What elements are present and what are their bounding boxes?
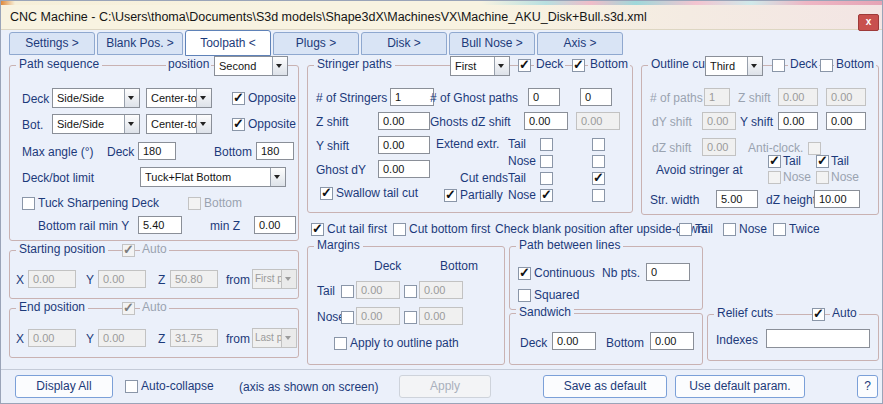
margins-nose-bottom-checkbox[interactable] [404, 311, 417, 324]
num-stringers-field[interactable]: 1 [390, 88, 434, 106]
swallow-tail-cut-checkbox[interactable] [320, 187, 333, 200]
cut-ends-nose-label: Nose [508, 188, 536, 202]
tuck-sharpening-deck-label: Tuck Sharpening Deck [38, 196, 159, 210]
indexes-field[interactable] [766, 329, 870, 348]
use-default-button[interactable]: Use default param. [675, 375, 805, 398]
deck-opposite-checkbox[interactable] [232, 92, 245, 105]
bottom-rail-min-y-field[interactable]: 5.40 [138, 216, 182, 234]
outline-order-dropdown[interactable]: Third [705, 56, 763, 76]
ghost-dy-field[interactable]: 0.00 [378, 160, 430, 178]
sandwich-bottom-field[interactable]: 0.00 [650, 332, 694, 350]
help-button[interactable]: ? [857, 375, 878, 398]
bot-order-dropdown[interactable]: Center-to- [146, 114, 212, 134]
max-angle-bottom-label: Bottom [214, 145, 252, 159]
bot-opposite-checkbox[interactable] [232, 118, 245, 131]
avoid-nose-bottom-label: Nose [831, 170, 859, 184]
max-angle-bottom-field[interactable]: 180 [256, 142, 294, 160]
outline-deck-checkbox[interactable] [772, 59, 785, 72]
close-icon[interactable]: x [858, 14, 879, 31]
deck-bot-limit-dropdown[interactable]: Tuck+Flat Bottom [140, 167, 286, 187]
apply-to-outline-checkbox[interactable] [334, 337, 347, 350]
ghost-paths-deck-field[interactable]: 0 [528, 88, 560, 106]
stringer-order-dropdown[interactable]: First [450, 56, 510, 76]
tab-toolpath[interactable]: Toolpath < [185, 30, 271, 56]
outline-bottom-checkbox[interactable] [820, 59, 833, 72]
squared-checkbox[interactable] [518, 289, 531, 302]
margins-tail-label: Tail [317, 284, 335, 298]
avoid-tail-bottom-checkbox[interactable] [816, 155, 829, 168]
cut-tail-first-checkbox[interactable] [311, 223, 324, 236]
margins-tail-bottom-checkbox[interactable] [404, 285, 417, 298]
dy-shift-label: dY shift [652, 115, 692, 129]
extend-nose-bottom-checkbox[interactable] [592, 155, 605, 168]
group-relief-cuts: Relief cuts Auto Indexes [707, 314, 879, 361]
extend-tail-deck-checkbox[interactable] [540, 138, 553, 151]
dy-shift-field: 0.00 [702, 112, 736, 130]
deck-order-dropdown[interactable]: Center-to- [146, 88, 212, 108]
max-angle-deck-field[interactable]: 180 [138, 142, 176, 160]
dz-height-label: dZ height [766, 193, 816, 207]
upside-down-nose-checkbox[interactable] [723, 223, 736, 236]
y-shift-field[interactable]: 0.00 [378, 136, 430, 154]
extend-nose-deck-checkbox[interactable] [540, 155, 553, 168]
margins-nose-deck-checkbox[interactable] [341, 311, 354, 324]
dropdown-arrow-icon [196, 115, 211, 133]
outline-deck-label: Deck [788, 57, 819, 71]
outline-y-shift-deck-field[interactable]: 0.00 [778, 112, 818, 130]
bot-mode-dropdown[interactable]: Side/Side [52, 114, 140, 134]
upside-down-tail-checkbox[interactable] [679, 223, 692, 236]
str-width-field[interactable]: 5.00 [716, 190, 758, 208]
stringer-bottom-checkbox[interactable] [572, 59, 585, 72]
tab-settings[interactable]: Settings > [9, 32, 95, 55]
partially-checkbox[interactable] [444, 189, 457, 202]
ghosts-dz-deck-field[interactable]: 0.00 [524, 112, 568, 130]
cut-ends-nose-bottom-checkbox[interactable] [592, 189, 605, 202]
tuck-sharpening-deck-checkbox[interactable] [22, 197, 35, 210]
tab-disk[interactable]: Disk > [361, 32, 447, 55]
deck-mode-dropdown[interactable]: Side/Side [52, 88, 140, 108]
save-default-button[interactable]: Save as default param. [543, 375, 667, 398]
tab-axis[interactable]: Axis > [537, 32, 623, 55]
tab-bull-nose[interactable]: Bull Nose > [449, 32, 535, 55]
upside-down-twice-checkbox[interactable] [773, 223, 786, 236]
extend-tail-bottom-checkbox[interactable] [592, 138, 605, 151]
tab-blank-pos[interactable]: Blank Pos. > [97, 32, 183, 55]
nb-pts-field[interactable]: 0 [646, 263, 690, 281]
avoid-nose-deck-label: Nose [783, 170, 811, 184]
dz-height-field[interactable]: 10.00 [814, 190, 860, 208]
cut-ends-nose-deck-checkbox[interactable] [540, 189, 553, 202]
nb-pts-label: Nb pts. [602, 266, 640, 280]
tab-plugs[interactable]: Plugs > [273, 32, 359, 55]
relief-auto-checkbox[interactable] [812, 308, 825, 321]
margins-tail-deck-checkbox[interactable] [341, 285, 354, 298]
continuous-checkbox[interactable] [518, 267, 531, 280]
dropdown-arrow-icon [124, 115, 139, 133]
dz-shift-field: 0.00 [702, 138, 736, 156]
auto-collapse-checkbox[interactable] [125, 380, 138, 393]
group-title: Path between lines [516, 238, 623, 252]
group-starting-position: Starting position Auto X 0.00 Y 0.00 Z 5… [9, 250, 299, 299]
cut-ends-tail-deck-checkbox[interactable] [540, 172, 553, 185]
avoid-tail-deck-checkbox[interactable] [768, 155, 781, 168]
min-z-field[interactable]: 0.00 [254, 216, 296, 234]
num-paths-label: # of paths [650, 91, 703, 105]
avoid-nose-deck-checkbox [768, 171, 781, 184]
group-title: Margins [314, 238, 363, 252]
cut-bottom-first-checkbox[interactable] [393, 223, 406, 236]
margins-nose-bottom-field: 0.00 [419, 307, 463, 325]
z-shift-label: Z shift [316, 115, 349, 129]
sandwich-deck-field[interactable]: 0.00 [552, 332, 596, 350]
extend-nose-label: Nose [508, 154, 536, 168]
title-bar[interactable]: CNC Machine - C:\Users\thoma\Documents\S… [1, 5, 882, 30]
display-all-button[interactable]: Display All [15, 375, 113, 398]
dropdown-arrow-icon [270, 168, 285, 186]
ghost-paths-bottom-field[interactable]: 0 [580, 88, 612, 106]
avoid-tail-bottom-label: Tail [831, 154, 849, 168]
start-z-field: 50.80 [170, 270, 218, 288]
outline-y-shift-bottom-field[interactable]: 0.00 [826, 112, 866, 130]
position-dropdown[interactable]: Second [214, 56, 288, 76]
z-shift-field[interactable]: 0.00 [378, 112, 430, 130]
stringer-deck-checkbox[interactable] [518, 59, 531, 72]
margins-tail-bottom-field: 0.00 [419, 281, 463, 299]
cut-ends-tail-bottom-checkbox[interactable] [592, 172, 605, 185]
